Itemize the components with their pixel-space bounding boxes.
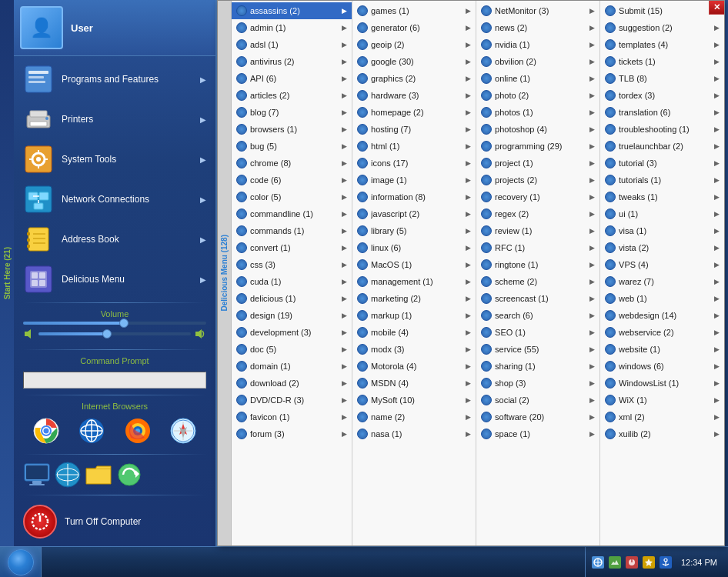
menu-item-delicious[interactable]: delicious (1) ▶	[232, 290, 352, 307]
menu-item-html[interactable]: html (1) ▶	[352, 138, 476, 155]
menu-item-ui[interactable]: ui (1) ▶	[600, 205, 724, 222]
menu-item-dvd[interactable]: DVD/CD-R (3) ▶	[232, 392, 352, 409]
menu-item-regex[interactable]: regex (2) ▶	[476, 205, 599, 222]
menu-item-markup[interactable]: markup (1) ▶	[352, 307, 476, 324]
menu-close-button[interactable]: ✕	[709, 1, 724, 15]
safari-icon[interactable]	[169, 417, 197, 445]
menu-item-javascript[interactable]: javascript (2) ▶	[352, 205, 476, 222]
menu-item-management[interactable]: management (1) ▶	[352, 273, 476, 290]
sidebar-item-delicious[interactable]: Delicious Menu ▶	[14, 259, 215, 299]
sidebar-item-addressbook[interactable]: Address Book ▶	[14, 219, 215, 259]
menu-item-mobile[interactable]: mobile (4) ▶	[352, 324, 476, 341]
menu-item-marketing[interactable]: marketing (2) ▶	[352, 290, 476, 307]
ie-icon[interactable]	[78, 417, 105, 445]
menu-item-templates[interactable]: templates (4) ▶	[600, 36, 724, 53]
menu-item-msdn[interactable]: MSDN (4) ▶	[352, 375, 476, 392]
start-orb[interactable]	[8, 549, 34, 575]
menu-item-webdesign[interactable]: webdesign (14) ▶	[600, 307, 724, 324]
menu-item-projects[interactable]: projects (2) ▶	[476, 172, 599, 188]
menu-item-tlb[interactable]: TLB (8) ▶	[600, 70, 724, 87]
menu-item-shop[interactable]: shop (3) ▶	[476, 375, 599, 392]
menu-item-image[interactable]: image (1) ▶	[352, 172, 476, 188]
menu-item-antivirus[interactable]: antivirus (2) ▶	[232, 53, 352, 70]
folder-icon[interactable]	[85, 461, 112, 489]
menu-item-color[interactable]: color (5) ▶	[232, 188, 352, 205]
menu-item-google[interactable]: google (30) ▶	[352, 53, 476, 70]
menu-item-library[interactable]: library (5) ▶	[352, 222, 476, 239]
menu-item-windowslist[interactable]: WindowsList (1) ▶	[600, 375, 724, 392]
menu-item-design[interactable]: design (19) ▶	[232, 307, 352, 324]
menu-item-motorola[interactable]: Motorola (4) ▶	[352, 358, 476, 375]
menu-item-tordex[interactable]: tordex (3) ▶	[600, 87, 724, 104]
menu-item-forum[interactable]: forum (3) ▶	[232, 425, 352, 442]
menu-item-development[interactable]: development (3) ▶	[232, 324, 352, 341]
menu-item-homepage[interactable]: homepage (2) ▶	[352, 104, 476, 121]
volume-bar-2[interactable]	[38, 332, 191, 335]
menu-item-doc[interactable]: doc (5) ▶	[232, 341, 352, 358]
menu-item-software[interactable]: software (20) ▶	[476, 409, 599, 425]
menu-item-cuda[interactable]: cuda (1) ▶	[232, 273, 352, 290]
menu-item-convert[interactable]: convert (1) ▶	[232, 239, 352, 256]
menu-item-name[interactable]: name (2) ▶	[352, 409, 476, 425]
tray-icon-3[interactable]	[626, 556, 638, 569]
menu-item-blog[interactable]: blog (7) ▶	[232, 104, 352, 121]
menu-item-photos[interactable]: photos (1) ▶	[476, 104, 599, 121]
menu-item-scheme[interactable]: scheme (2) ▶	[476, 273, 599, 290]
menu-item-search[interactable]: search (6) ▶	[476, 307, 599, 324]
menu-item-articles[interactable]: articles (2) ▶	[232, 87, 352, 104]
menu-item-review[interactable]: review (1) ▶	[476, 222, 599, 239]
menu-item-tickets[interactable]: tickets (1) ▶	[600, 53, 724, 70]
tray-icon-anchor[interactable]	[660, 556, 672, 569]
menu-item-project[interactable]: project (1) ▶	[476, 155, 599, 172]
tray-icon-1[interactable]	[592, 556, 604, 569]
menu-item-programming[interactable]: programming (29) ▶	[476, 138, 599, 155]
menu-item-code[interactable]: code (6) ▶	[232, 172, 352, 188]
menu-item-nasa[interactable]: nasa (1) ▶	[352, 425, 476, 442]
menu-item-nvidia[interactable]: nvidia (1) ▶	[476, 36, 599, 53]
menu-item-webservice[interactable]: webservice (2) ▶	[600, 324, 724, 341]
menu-item-seo[interactable]: SEO (1) ▶	[476, 324, 599, 341]
menu-item-truelaunchbar[interactable]: truelaunchbar (2) ▶	[600, 138, 724, 155]
menu-item-information[interactable]: information (8) ▶	[352, 188, 476, 205]
start-button[interactable]	[0, 547, 42, 578]
menu-item-vps[interactable]: VPS (4) ▶	[600, 256, 724, 273]
menu-item-recovery[interactable]: recovery (1) ▶	[476, 188, 599, 205]
menu-item-rfc[interactable]: RFC (1) ▶	[476, 239, 599, 256]
sidebar-item-printers[interactable]: Printers ▶	[14, 99, 215, 139]
menu-item-download[interactable]: download (2) ▶	[232, 375, 352, 392]
volume-bar-1[interactable]	[23, 322, 206, 325]
menu-item-generator[interactable]: generator (6) ▶	[352, 19, 476, 36]
menu-item-warez[interactable]: warez (7) ▶	[600, 273, 724, 290]
sidebar-item-network[interactable]: Network Connections ▶	[14, 179, 215, 219]
menu-item-assassins[interactable]: assassins (2) ▶	[232, 2, 352, 19]
menu-item-css[interactable]: css (3) ▶	[232, 256, 352, 273]
sidebar-item-programs[interactable]: Programs and Features ▶	[14, 59, 215, 99]
menu-item-online[interactable]: online (1) ▶	[476, 70, 599, 87]
menu-item-website[interactable]: website (1) ▶	[600, 341, 724, 358]
menu-item-ringtone[interactable]: ringtone (1) ▶	[476, 256, 599, 273]
menu-item-commands[interactable]: commands (1) ▶	[232, 222, 352, 239]
menu-item-tutorials[interactable]: tutorials (1) ▶	[600, 172, 724, 188]
menu-item-social[interactable]: social (2) ▶	[476, 392, 599, 409]
menu-item-windows[interactable]: windows (6) ▶	[600, 358, 724, 375]
tray-icon-2[interactable]	[609, 556, 621, 569]
menu-item-commandline[interactable]: commandline (1) ▶	[232, 205, 352, 222]
menu-item-netmonitor[interactable]: NetMonitor (3) ▶	[476, 2, 599, 19]
menu-item-translation[interactable]: translation (6) ▶	[600, 104, 724, 121]
menu-item-favicon[interactable]: favicon (1) ▶	[232, 409, 352, 425]
refresh-icon[interactable]	[115, 461, 143, 489]
menu-item-chrome[interactable]: chrome (8) ▶	[232, 155, 352, 172]
menu-item-photo[interactable]: photo (2) ▶	[476, 87, 599, 104]
firefox-icon[interactable]	[124, 417, 152, 445]
menu-item-screencast[interactable]: screencast (1) ▶	[476, 290, 599, 307]
menu-item-api[interactable]: API (6) ▶	[232, 70, 352, 87]
menu-item-modx[interactable]: modx (3) ▶	[352, 341, 476, 358]
globe-icon[interactable]	[54, 461, 82, 489]
menu-item-hardware[interactable]: hardware (3) ▶	[352, 87, 476, 104]
menu-item-service[interactable]: service (55) ▶	[476, 341, 599, 358]
menu-item-troubleshooting[interactable]: troubleshooting (1) ▶	[600, 121, 724, 138]
menu-item-photoshop[interactable]: photoshop (4) ▶	[476, 121, 599, 138]
menu-item-sharing[interactable]: sharing (1) ▶	[476, 358, 599, 375]
computer-icon[interactable]	[23, 461, 51, 489]
menu-item-icons[interactable]: icons (17) ▶	[352, 155, 476, 172]
